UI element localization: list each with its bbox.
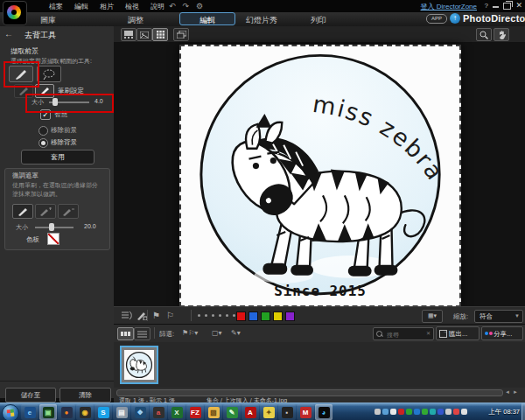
finetune-brush-button[interactable] [12,204,33,219]
search-clear-icon[interactable]: ✕ [426,330,430,336]
pan-hand-icon[interactable] [494,28,509,41]
filter-label-pen-icon[interactable]: ✎▾ [231,329,241,337]
tray-icon[interactable] [374,409,381,415]
zoom-dropdown[interactable]: 符合 ▼ [474,310,523,323]
restore-button[interactable] [503,3,511,10]
photodirector-taskbar-icon[interactable]: ◕ [315,404,332,420]
size-slider-thumb[interactable] [52,98,58,106]
folder-icon[interactable]: ▨ [205,404,222,420]
tray-icon[interactable] [422,409,428,415]
zoom-tool-icon[interactable] [476,28,492,41]
settings-gear-icon[interactable]: ⚙ [196,2,203,10]
firefox-icon[interactable]: ● [58,404,75,420]
tray-icon[interactable] [414,409,420,415]
skype-icon[interactable]: S [94,404,112,420]
list-view-button[interactable] [134,327,150,340]
flag-reject-icon[interactable]: ⚐ [166,311,174,321]
messenger-icon[interactable]: ❖ [131,404,149,420]
tray-icon[interactable] [430,409,436,415]
filter-frame-icon[interactable]: ▢▾ [212,329,222,337]
viewer-mode-grid-icon[interactable] [152,28,168,41]
remove-area-brush-button[interactable] [14,84,33,98]
menu-file[interactable]: 檔案 [49,2,63,11]
tray-icon[interactable] [398,409,404,415]
scroll-right-icon[interactable]: ► [513,389,518,395]
menu-photo[interactable]: 相片 [100,2,114,11]
finetune-size-slider-thumb[interactable] [49,223,54,231]
save-to-button[interactable]: 儲存至 [5,388,56,402]
taskbar-clock[interactable]: 上午 08:37 [488,403,520,420]
filter-flag-icon[interactable]: ⚑⚐▾ [182,329,198,337]
document-icon[interactable]: ▤ [113,404,130,420]
finetune-size-slider[interactable] [35,227,74,228]
mail-app-icon[interactable]: M [297,404,314,420]
lasso-select-tool-button[interactable] [37,66,61,82]
filezilla-icon[interactable]: FZ [186,404,204,420]
minimize-button[interactable] [493,6,499,8]
tray-icon[interactable] [382,409,388,415]
app-badge[interactable]: APP [426,14,447,24]
apply-button[interactable]: 套用 [21,150,94,164]
help-button[interactable]: ? [485,2,488,10]
tab-print[interactable]: 列印 [301,15,336,26]
tray-icon[interactable] [406,409,412,415]
finetune-erase-brush-button[interactable] [58,204,79,219]
tray-icon[interactable] [445,409,452,415]
canvas-area[interactable]: miss zebra [114,42,525,306]
editor-app-icon[interactable]: ✦ [260,404,277,420]
tab-slideshow[interactable]: 幻燈片秀 [236,15,287,26]
clear-button[interactable]: 清除 [60,388,111,402]
acrobat-icon[interactable]: A [242,404,259,420]
tab-edit-active[interactable]: 編輯 [179,12,235,25]
redo-icon[interactable]: ↷ [183,2,190,10]
undo-icon[interactable]: ↶ [169,2,176,10]
finetune-add-brush-button[interactable] [35,204,56,219]
color-swatch[interactable] [273,312,283,321]
media-player-icon[interactable]: a [150,404,167,420]
smart-checkbox[interactable]: ✓ [40,109,51,120]
show-mask-icon[interactable] [121,311,132,320]
photo-thumbnail-selected[interactable] [120,346,158,384]
tray-icon[interactable] [453,409,459,415]
photo-viewer-icon[interactable]: ▣ [39,404,57,420]
color-swatch[interactable] [236,312,246,321]
star-rating-dots[interactable] [198,314,235,317]
back-arrow-icon[interactable]: ← [4,29,13,38]
brush-select-tool-button[interactable] [9,66,33,82]
search-input[interactable] [385,329,425,340]
color-swatch[interactable] [261,312,270,321]
viewer-mode-single-icon[interactable] [136,28,152,41]
close-button[interactable]: ✕ [515,1,522,10]
radio-remove-foreground[interactable] [38,126,48,136]
tray-icon[interactable] [438,409,444,415]
color-swatch[interactable] [285,312,295,321]
brush-preview-icon[interactable] [136,311,147,320]
menu-view[interactable]: 檢視 [125,2,139,11]
flag-pick-icon[interactable]: ⚑ [152,311,160,321]
display-mode-button[interactable]: ▦▾ [422,310,443,323]
color-swatch[interactable] [248,312,258,321]
add-area-brush-button[interactable] [35,84,54,98]
login-directorzone-link[interactable]: 登入 DirectorZone [421,2,477,11]
radio-remove-background[interactable] [38,138,48,148]
thumbnail-view-button[interactable] [117,327,134,340]
excel-icon[interactable]: X [168,404,186,420]
export-button[interactable]: 匯出... [436,326,480,340]
horizontal-scrollbar[interactable] [116,389,503,396]
share-button[interactable]: 分享... [481,326,523,340]
photo-zebra-badge[interactable]: miss zebra [179,45,461,307]
menu-edit[interactable]: 編輯 [74,2,88,11]
notes-app-icon[interactable]: ✎ [223,404,241,420]
scroll-left-icon[interactable]: ◄ [505,389,510,395]
tab-adjust[interactable]: 調整 [114,15,158,26]
mask-color-swatch[interactable] [47,233,60,245]
compare-mode-icon[interactable] [173,28,189,41]
tray-icon[interactable] [390,409,396,415]
console-app-icon[interactable]: ▪ [278,404,296,420]
ie-icon[interactable]: e [21,404,38,420]
chrome-icon[interactable]: ◉ [76,404,94,420]
tab-library[interactable]: 圖庫 [26,15,70,26]
tray-icon[interactable] [461,409,467,415]
start-button[interactable] [2,404,19,420]
menu-help[interactable]: 說明 [150,2,164,11]
